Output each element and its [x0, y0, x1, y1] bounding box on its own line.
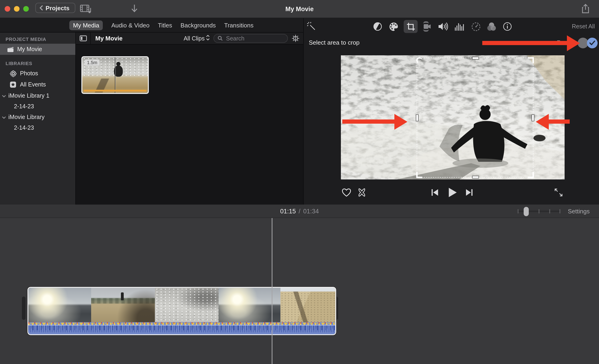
- sidebar-item-label: 2-14-23: [14, 103, 34, 110]
- crop-selection-box[interactable]: [417, 58, 533, 178]
- sidebar-item-imovie-library[interactable]: iMovie Library: [0, 112, 75, 122]
- search-icon: [218, 34, 223, 43]
- libraries-sidebar: PROJECT MEDIA My Movie LIBRARIES Photos …: [0, 33, 76, 205]
- zoom-tick: [518, 209, 519, 213]
- updown-chevrons-icon: [206, 35, 210, 42]
- crop-edge-handle-right[interactable]: [532, 114, 534, 121]
- video-preview[interactable]: [341, 55, 564, 179]
- tab-backgrounds[interactable]: Backgrounds: [180, 20, 216, 30]
- sidebar-toggle-button[interactable]: [76, 32, 91, 44]
- sidebar-item-label: 2-14-23: [14, 124, 34, 131]
- crop-edge-handle-top[interactable]: [472, 57, 479, 60]
- tab-titles[interactable]: Titles: [158, 20, 172, 30]
- color-balance-icon[interactable]: [371, 20, 385, 33]
- chevron-down-icon[interactable]: [2, 92, 6, 99]
- filmstrip-frame-sunset: [28, 288, 91, 322]
- clapperboard-icon: [7, 46, 14, 52]
- zoom-tick: [538, 209, 539, 213]
- crop-edge-handle-left[interactable]: [416, 114, 419, 121]
- color-filters-icon[interactable]: [484, 20, 499, 33]
- share-icon[interactable]: [581, 4, 590, 16]
- checkmark-icon: [589, 39, 595, 47]
- timeline-settings-button[interactable]: Settings: [568, 205, 590, 218]
- volume-icon[interactable]: [436, 20, 450, 33]
- timeline-zoom-slider[interactable]: [518, 205, 560, 218]
- chevron-down-icon[interactable]: [2, 114, 6, 120]
- filmstrip-frame-sand: [281, 288, 335, 322]
- waveform-peaks: [28, 325, 335, 332]
- media-tabbar: My Media Audio & Video Titles Background…: [0, 18, 303, 33]
- person-silhouette: [113, 62, 123, 78]
- timeline-filmstrip: [28, 288, 335, 322]
- info-icon[interactable]: [500, 20, 514, 33]
- crop-corner-handle-bottomright[interactable]: [528, 172, 534, 178]
- imovie-window: Projects My Movie My Media Audio & Video…: [0, 0, 599, 364]
- playhead[interactable]: [272, 218, 273, 364]
- tabs: My Media Audio & Video Titles Background…: [69, 20, 254, 30]
- search-field[interactable]: [213, 34, 288, 43]
- total-duration: 01:34: [303, 208, 319, 215]
- sidebar-item-my-movie[interactable]: My Movie: [0, 44, 75, 55]
- media-browser: My Movie All Clips 1.5m: [76, 33, 303, 205]
- clip-thumbnail[interactable]: 1.5m: [81, 56, 149, 94]
- browser-header-controls: All Clips: [184, 34, 300, 43]
- time-display: 01:15 / 01:34: [280, 205, 319, 218]
- zoom-tick: [549, 209, 550, 213]
- reset-all-button[interactable]: Reset All: [572, 18, 595, 35]
- fullscreen-expand-icon[interactable]: [552, 186, 565, 199]
- window-title: My Movie: [0, 0, 599, 18]
- play-icon[interactable]: [446, 186, 459, 199]
- zoom-slider-thumb[interactable]: [524, 207, 529, 216]
- clip-trim-handle-left[interactable]: [22, 297, 26, 320]
- skip-back-icon[interactable]: [428, 186, 441, 199]
- crop-apply-button[interactable]: [587, 38, 598, 48]
- crop-prompt-label: Select area to crop: [309, 35, 360, 51]
- search-input[interactable]: [225, 35, 276, 42]
- filmstrip-frame-surf: [155, 288, 219, 322]
- crop-corner-handle-bottomleft[interactable]: [416, 172, 422, 178]
- sidebar-item-label: All Events: [20, 81, 46, 88]
- sidebar-item-event-2-14-23-b[interactable]: 2-14-23: [0, 122, 75, 133]
- favorite-heart-icon[interactable]: [340, 186, 353, 199]
- titlebar: Projects My Movie: [0, 0, 599, 18]
- color-correction-palette-icon[interactable]: [387, 20, 400, 33]
- star-icon: [9, 81, 17, 88]
- filmstrip-frame-sunset-2: [219, 288, 281, 322]
- clip-used-range-bar: [84, 90, 147, 92]
- crop-corner-handle-topright[interactable]: [528, 57, 534, 63]
- waveform-baseline: [28, 325, 335, 325]
- auto-enhance-wand-icon[interactable]: [305, 20, 318, 33]
- sidebar-item-label: iMovie Library: [8, 114, 45, 120]
- clip-duration-badge: 1.5m: [85, 60, 99, 66]
- sidebar-item-photos[interactable]: Photos: [0, 68, 75, 79]
- speed-icon[interactable]: [469, 20, 483, 33]
- time-separator: /: [299, 208, 300, 215]
- browser-header: My Movie All Clips: [76, 33, 303, 45]
- sidebar-item-all-events[interactable]: All Events: [0, 79, 75, 90]
- sidebar-item-label: iMovie Library 1: [8, 92, 49, 99]
- clip-filter-dropdown[interactable]: All Clips: [184, 35, 210, 42]
- sidebar-item-imovie-library-1[interactable]: iMovie Library 1: [0, 90, 75, 101]
- timeline-clip[interactable]: [27, 287, 336, 335]
- reject-x-icon[interactable]: [355, 186, 368, 199]
- sidebar-item-event-2-14-23-a[interactable]: 2-14-23: [0, 101, 75, 112]
- timeline-toolbar: 01:15 / 01:34 Settings: [0, 205, 599, 218]
- timeline-area[interactable]: [0, 218, 599, 364]
- clip-settings-gear-icon[interactable]: [291, 35, 300, 42]
- crop-corner-handle-topleft[interactable]: [416, 57, 422, 63]
- viewer-pane: Reset All Select area to crop Reset: [303, 18, 599, 205]
- crop-icon[interactable]: [404, 20, 418, 33]
- stabilization-icon[interactable]: [420, 20, 434, 33]
- tab-transitions[interactable]: Transitions: [224, 20, 254, 30]
- tab-audio-video[interactable]: Audio & Video: [111, 20, 150, 30]
- noise-equalizer-icon[interactable]: [452, 20, 467, 33]
- project-media-header: PROJECT MEDIA: [0, 33, 75, 44]
- sidebar-item-label: My Movie: [17, 46, 42, 52]
- crop-edge-handle-bottom[interactable]: [472, 176, 479, 179]
- sidebar-item-label: Photos: [20, 70, 38, 77]
- filmstrip-frame-beach-walk: [91, 288, 155, 322]
- browser-title: My Movie: [95, 35, 123, 42]
- adjustment-toolbar: Reset All: [304, 18, 599, 35]
- skip-forward-icon[interactable]: [463, 186, 476, 199]
- tab-my-media[interactable]: My Media: [69, 20, 103, 30]
